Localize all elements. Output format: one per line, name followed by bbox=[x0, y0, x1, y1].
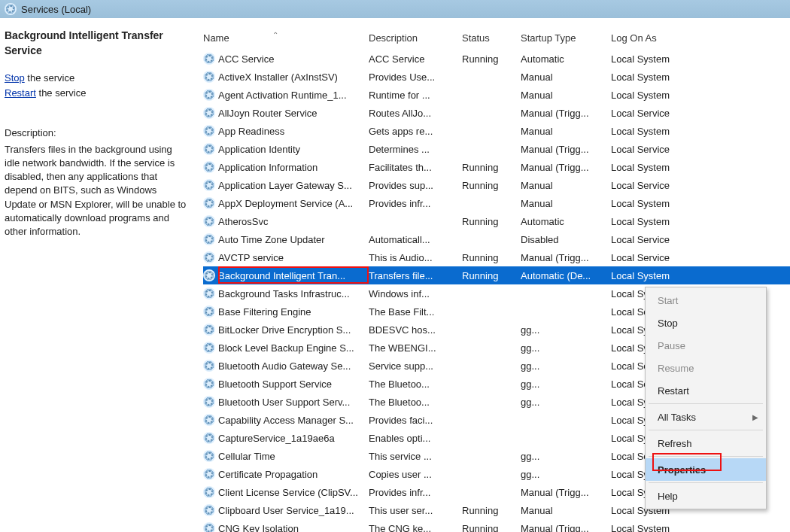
service-row[interactable]: AllJoyn Router ServiceRoutes AllJo...Man… bbox=[203, 104, 790, 122]
service-name: CNG Key Isolation bbox=[218, 523, 299, 533]
service-startup: gg... bbox=[521, 397, 611, 408]
service-description: The Bluetoo... bbox=[369, 397, 462, 408]
service-row[interactable]: ActiveX Installer (AxInstSV)Provides Use… bbox=[203, 68, 790, 86]
stop-service-link[interactable]: Stop bbox=[5, 72, 25, 84]
service-name: Cellular Time bbox=[218, 451, 275, 462]
ctx-start[interactable]: Start bbox=[646, 289, 766, 312]
service-row[interactable]: Application Layer Gateway S...Provides s… bbox=[203, 176, 790, 194]
service-row[interactable]: ACC ServiceACC ServiceRunningAutomaticLo… bbox=[203, 50, 790, 68]
service-logon: Local System bbox=[611, 71, 701, 83]
service-gear-icon bbox=[203, 396, 215, 408]
col-status[interactable]: Status bbox=[462, 32, 521, 44]
service-name: Bluetooth Audio Gateway Se... bbox=[218, 360, 351, 372]
service-startup: Automatic bbox=[521, 216, 611, 227]
service-name: Clipboard User Service_1a19... bbox=[218, 505, 354, 516]
ctx-separator bbox=[649, 403, 763, 404]
service-gear-icon bbox=[203, 342, 215, 354]
service-description: Provides sup... bbox=[369, 180, 462, 191]
service-logon: Local System bbox=[611, 53, 701, 65]
service-startup: gg... bbox=[521, 469, 611, 480]
service-gear-icon bbox=[203, 125, 215, 137]
service-status: Running bbox=[462, 180, 521, 191]
window-title: Services (Local) bbox=[21, 4, 91, 15]
service-startup: Manual (Trigg... bbox=[521, 252, 611, 263]
ctx-all-tasks[interactable]: All Tasks▶ bbox=[646, 406, 766, 428]
service-gear-icon bbox=[203, 287, 215, 299]
service-description: Runtime for ... bbox=[369, 90, 462, 101]
service-gear-icon bbox=[203, 197, 215, 209]
service-gear-icon bbox=[203, 504, 215, 516]
col-startup[interactable]: Startup Type bbox=[521, 32, 611, 44]
service-gear-icon bbox=[203, 179, 215, 191]
col-description[interactable]: Description bbox=[369, 32, 462, 44]
service-name: AppX Deployment Service (A... bbox=[218, 198, 353, 209]
service-row[interactable]: AtherosSvcRunningAutomaticLocal System bbox=[203, 212, 790, 230]
service-name: Bluetooth User Support Serv... bbox=[218, 397, 350, 408]
ctx-separator bbox=[649, 482, 763, 483]
service-logon: Local Service bbox=[611, 108, 701, 119]
service-row[interactable]: Application IdentityDetermines ...Manual… bbox=[203, 140, 790, 158]
col-name[interactable]: Name⌃ bbox=[203, 32, 369, 44]
service-row[interactable]: AppX Deployment Service (A...Provides in… bbox=[203, 194, 790, 212]
service-startup: gg... bbox=[521, 360, 611, 372]
ctx-properties[interactable]: Properties bbox=[646, 458, 766, 481]
service-status: Running bbox=[462, 53, 521, 65]
restart-service-link[interactable]: Restart bbox=[5, 87, 36, 99]
service-startup: gg... bbox=[521, 324, 611, 336]
col-logon[interactable]: Log On As bbox=[611, 32, 701, 44]
service-gear-icon bbox=[203, 161, 215, 173]
service-logon: Local System bbox=[611, 90, 701, 101]
service-gear-icon bbox=[203, 251, 215, 263]
service-logon: Local System bbox=[611, 216, 701, 227]
service-description: Provides faci... bbox=[369, 415, 462, 426]
ctx-separator bbox=[649, 456, 763, 457]
service-row[interactable]: Background Intelligent Tran...Transfers … bbox=[203, 266, 790, 284]
service-name: Application Information bbox=[218, 162, 318, 173]
service-gear-icon bbox=[203, 324, 215, 336]
service-name: Block Level Backup Engine S... bbox=[218, 342, 354, 354]
service-row[interactable]: Auto Time Zone UpdaterAutomaticall...Dis… bbox=[203, 230, 790, 248]
service-description: The Base Filt... bbox=[369, 306, 462, 318]
ctx-stop[interactable]: Stop bbox=[646, 312, 766, 334]
service-description: Provides infr... bbox=[369, 198, 462, 209]
service-description: Provides infr... bbox=[369, 487, 462, 498]
service-row[interactable]: CNG Key IsolationThe CNG ke...RunningMan… bbox=[203, 519, 790, 532]
service-name: Client License Service (ClipSV... bbox=[218, 487, 358, 498]
service-gear-icon bbox=[203, 215, 215, 227]
service-gear-icon bbox=[203, 306, 215, 318]
service-status: Running bbox=[462, 523, 521, 533]
services-list-pane: Name⌃ Description Status Startup Type Lo… bbox=[196, 18, 790, 532]
selected-service-heading: Background Intelligent Transfer Service bbox=[5, 29, 187, 58]
service-row[interactable]: Agent Activation Runtime_1...Runtime for… bbox=[203, 86, 790, 104]
service-gear-icon bbox=[203, 233, 215, 245]
submenu-arrow-icon: ▶ bbox=[752, 413, 758, 421]
ctx-help[interactable]: Help bbox=[646, 485, 766, 507]
ctx-pause[interactable]: Pause bbox=[646, 334, 766, 357]
service-name: Agent Activation Runtime_1... bbox=[218, 90, 347, 101]
column-headers: Name⌃ Description Status Startup Type Lo… bbox=[196, 29, 790, 47]
service-name: Background Tasks Infrastruc... bbox=[218, 288, 350, 299]
service-startup: Manual bbox=[521, 180, 611, 191]
service-gear-icon bbox=[203, 378, 215, 390]
service-description: Service supp... bbox=[369, 360, 462, 372]
service-gear-icon bbox=[203, 89, 215, 101]
ctx-refresh[interactable]: Refresh bbox=[646, 432, 766, 454]
service-row[interactable]: Application InformationFacilitates th...… bbox=[203, 158, 790, 176]
service-description: This service ... bbox=[369, 451, 462, 462]
title-bar: Services (Local) bbox=[0, 0, 790, 18]
ctx-restart[interactable]: Restart bbox=[646, 379, 766, 402]
service-logon: Local System bbox=[611, 523, 701, 533]
service-gear-icon bbox=[203, 414, 215, 426]
service-gear-icon bbox=[203, 486, 215, 498]
service-startup: Manual (Trigg... bbox=[521, 162, 611, 173]
service-gear-icon bbox=[203, 107, 215, 119]
ctx-resume[interactable]: Resume bbox=[646, 357, 766, 379]
service-row[interactable]: App ReadinessGets apps re...ManualLocal … bbox=[203, 122, 790, 140]
service-name: AllJoyn Router Service bbox=[218, 108, 318, 119]
context-menu: Start Stop Pause Resume Restart All Task… bbox=[645, 287, 767, 509]
restart-after: the service bbox=[36, 87, 86, 99]
service-row[interactable]: AVCTP serviceThis is Audio...RunningManu… bbox=[203, 248, 790, 266]
service-gear-icon bbox=[203, 269, 215, 281]
service-startup: gg... bbox=[521, 378, 611, 390]
service-description: Enables opti... bbox=[369, 433, 462, 444]
